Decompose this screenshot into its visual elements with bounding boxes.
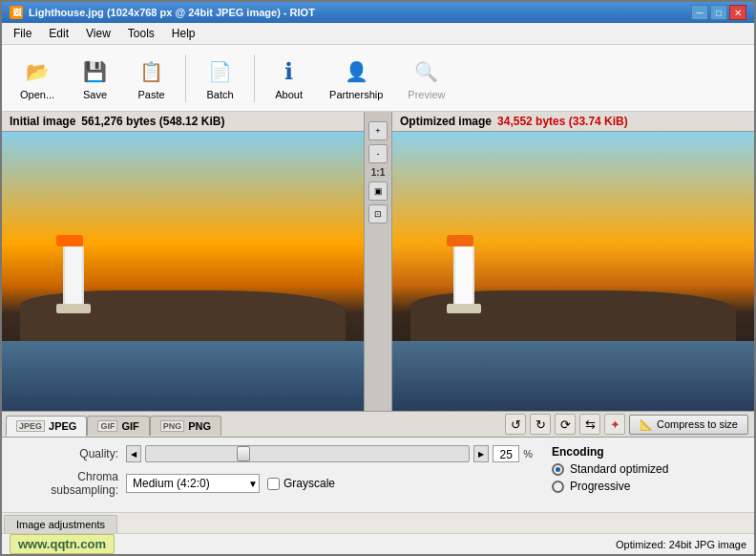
optimized-image-panel: Optimized image 34,552 bytes (33.74 KiB)	[392, 112, 754, 411]
optimized-image-container	[392, 132, 754, 411]
status-info: Optimized: 24bit JPG image	[616, 539, 746, 550]
encoding-title: Encoding	[552, 445, 743, 459]
zoom-in-button[interactable]: +	[368, 121, 388, 140]
paste-icon: 📋	[136, 56, 167, 87]
undo-button[interactable]: ↺	[505, 414, 526, 435]
quality-slider-thumb[interactable]	[237, 446, 250, 461]
encoding-standard-option[interactable]: Standard optimized	[552, 462, 743, 476]
about-icon: ℹ	[274, 56, 304, 87]
menu-tools[interactable]: Tools	[120, 25, 162, 42]
menu-edit[interactable]: Edit	[41, 25, 76, 42]
lighthouse-tower	[63, 246, 84, 304]
quality-slider-container: ◀ ▶ 25 %	[126, 445, 533, 462]
lighthouse-base	[56, 304, 91, 313]
settings-area: Quality: ◀ ▶ 25 % Chroma subsampling:	[2, 438, 754, 512]
optimized-lighthouse-light	[447, 235, 473, 246]
chroma-row: Chroma subsampling: Medium (4:2:0) High …	[13, 470, 533, 497]
compress-to-size-button[interactable]: 📐 Compress to size	[629, 415, 748, 435]
initial-image-placeholder	[2, 132, 364, 411]
partnership-icon: 👤	[341, 56, 371, 87]
flip-button[interactable]: ⇆	[579, 414, 600, 435]
gif-badge: GIF	[97, 420, 117, 432]
maximize-button[interactable]: □	[710, 5, 727, 20]
image-area: Initial image 561,276 bytes (548.12 KiB)…	[2, 112, 754, 412]
chroma-select[interactable]: Medium (4:2:0) High (4:4:4) Low (4:1:1) …	[126, 474, 260, 493]
optimized-lighthouse-tower	[453, 246, 474, 304]
save-button[interactable]: 💾 Save	[69, 52, 121, 105]
minimize-button[interactable]: ─	[691, 5, 708, 20]
tab-jpeg[interactable]: JPEG JPEG	[6, 416, 87, 437]
menu-view[interactable]: View	[78, 25, 118, 42]
batch-button[interactable]: 📄 Batch	[194, 52, 246, 105]
lighthouse-shape	[56, 235, 91, 313]
optimized-lighthouse-base	[447, 304, 481, 313]
fit-button[interactable]: ▣	[368, 182, 388, 201]
quality-label: Quality:	[13, 447, 118, 460]
grayscale-checkbox-label[interactable]: Grayscale	[267, 477, 335, 490]
app-icon: 🖼	[10, 6, 23, 19]
quality-increase-button[interactable]: ▶	[473, 445, 489, 462]
zoom-out-button[interactable]: -	[368, 144, 388, 163]
png-badge: PNG	[160, 420, 185, 432]
optimized-image-placeholder	[392, 132, 754, 411]
jpeg-badge: JPEG	[16, 420, 45, 432]
standard-radio-button[interactable]	[552, 463, 564, 476]
initial-image-label: Initial image	[10, 115, 75, 128]
redo-button[interactable]: ↻	[530, 414, 551, 435]
tab-png[interactable]: PNG PNG	[150, 416, 221, 436]
lighthouse-light	[56, 235, 83, 246]
preview-icon: 🔍	[411, 56, 442, 87]
quality-slider-track[interactable]	[145, 445, 470, 462]
left-settings: Quality: ◀ ▶ 25 % Chroma subsampling:	[13, 445, 533, 504]
initial-image-panel: Initial image 561,276 bytes (548.12 KiB)	[2, 112, 364, 411]
open-button[interactable]: 📂 Open...	[10, 52, 65, 105]
watermark-label: www.qqtn.com	[10, 534, 115, 554]
toolbar-separator-2	[254, 54, 255, 102]
batch-icon: 📄	[205, 56, 236, 87]
menu-file[interactable]: File	[6, 25, 39, 42]
status-bar: www.qqtn.com Optimized: 24bit JPG image	[2, 533, 754, 554]
title-bar: 🖼 Lighthouse.jpg (1024x768 px @ 24bit JP…	[2, 2, 754, 23]
window-controls: ─ □ ✕	[691, 5, 746, 20]
optimized-water-shape	[392, 341, 754, 411]
rotate-button[interactable]: ⟳	[555, 414, 576, 435]
action-buttons: ↺ ↻ ⟳ ⇆ ✦ 📐 Compress to size	[503, 412, 750, 437]
compare-button[interactable]: ⊡	[368, 204, 388, 224]
zoom-ratio-label: 1:1	[371, 167, 385, 178]
progressive-radio-button[interactable]	[552, 481, 564, 493]
partnership-button[interactable]: 👤 Partnership	[319, 52, 393, 105]
star-button[interactable]: ✦	[604, 414, 625, 435]
optimized-image-size: 34,552 bytes (33.74 KiB)	[497, 115, 628, 128]
encoding-section: Encoding Standard optimized Progressive	[552, 445, 743, 504]
toolbar-separator-1	[185, 54, 186, 102]
quality-decrease-button[interactable]: ◀	[126, 445, 141, 462]
tab-gif[interactable]: GIF GIF	[87, 416, 149, 436]
open-icon: 📂	[22, 56, 52, 87]
paste-button[interactable]: 📋 Paste	[125, 52, 178, 105]
menubar: File Edit View Tools Help	[2, 23, 754, 45]
toolbar: 📂 Open... 💾 Save 📋 Paste 📄 Batch ℹ About…	[2, 45, 754, 112]
compress-icon: 📐	[640, 418, 653, 431]
optimized-image-header: Optimized image 34,552 bytes (33.74 KiB)	[392, 112, 754, 132]
title-bar-left: 🖼 Lighthouse.jpg (1024x768 px @ 24bit JP…	[10, 6, 315, 19]
extra-tabs-row: Image adjustments	[2, 512, 754, 533]
about-button[interactable]: ℹ About	[262, 52, 315, 105]
preview-button[interactable]: 🔍 Preview	[397, 52, 455, 105]
window-title: Lighthouse.jpg (1024x768 px @ 24bit JPEG…	[29, 7, 315, 18]
grayscale-label: Grayscale	[284, 477, 335, 490]
close-button[interactable]: ✕	[729, 5, 746, 20]
main-window: 🖼 Lighthouse.jpg (1024x768 px @ 24bit JP…	[0, 0, 756, 556]
chroma-label: Chroma subsampling:	[13, 470, 118, 497]
optimized-image-label: Optimized image	[400, 115, 492, 128]
bottom-area: JPEG JPEG GIF GIF PNG PNG ↺ ↻ ⟳ ⇆ ✦ 📐 Co…	[2, 412, 754, 533]
menu-help[interactable]: Help	[164, 25, 203, 42]
tab-image-adjustments[interactable]: Image adjustments	[4, 515, 117, 533]
quality-row: Quality: ◀ ▶ 25 %	[13, 445, 533, 462]
save-icon: 💾	[80, 56, 111, 87]
quality-value-display: 25	[493, 445, 519, 462]
initial-image-size: 561,276 bytes (548.12 KiB)	[81, 115, 224, 128]
initial-image-header: Initial image 561,276 bytes (548.12 KiB)	[2, 112, 364, 132]
encoding-progressive-option[interactable]: Progressive	[552, 480, 743, 493]
grayscale-checkbox[interactable]	[267, 478, 280, 490]
quality-percent-sign: %	[523, 448, 533, 460]
